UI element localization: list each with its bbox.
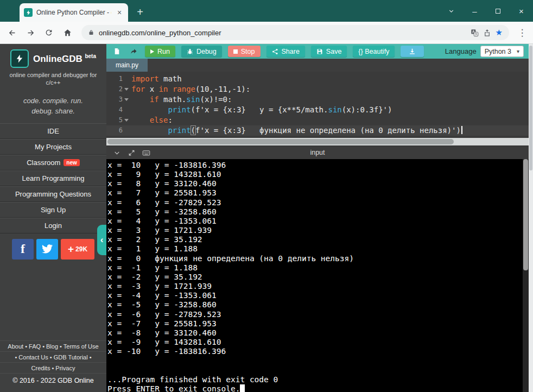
open-file-button[interactable]	[128, 46, 139, 57]
forward-button[interactable]	[23, 25, 38, 40]
logo-title: OnlineGDB beta	[33, 53, 96, 65]
home-button[interactable]	[60, 25, 75, 40]
open-file-icon	[130, 47, 138, 55]
code-text: print(f'x = {x:3} функция не определена …	[130, 125, 462, 136]
console-line: x = -7 y = 25581.953	[107, 319, 521, 328]
console-line: Press ENTER to exit console.	[107, 384, 521, 392]
fold-caret-icon[interactable]	[123, 115, 130, 125]
code-line[interactable]: 1import math	[106, 74, 529, 84]
sidebar-menu: IDEMy ProjectsClassroomnewLearn Programm…	[0, 123, 106, 233]
beautify-button[interactable]: {} Beautify	[353, 46, 395, 57]
facebook-button[interactable]: f	[12, 239, 34, 260]
logo-area[interactable]: OnlineGDB beta online compiler and debug…	[0, 44, 106, 89]
browser-tab[interactable]: Online Python Compiler - online ×	[20, 3, 128, 22]
browser-menu-icon[interactable]: ⋮	[516, 27, 529, 39]
save-icon	[316, 48, 323, 55]
code-line[interactable]: 2for x in range(10,-11,-1):	[106, 84, 529, 94]
back-button[interactable]	[4, 25, 20, 40]
share-icon	[272, 48, 278, 55]
new-tab-button[interactable]: +	[132, 5, 148, 20]
fold-zone	[123, 74, 130, 84]
sidebar-item-my-projects[interactable]: My Projects	[0, 139, 106, 155]
code-text: print(f'x = {x:3} y = {x**5/math.sin(x):…	[130, 105, 392, 115]
run-button[interactable]: Run	[145, 46, 175, 57]
run-label: Run	[157, 48, 170, 55]
reload-button[interactable]	[41, 25, 56, 40]
code-text: else:	[130, 115, 173, 125]
console-scrollbar-thumb[interactable]	[523, 159, 528, 270]
social-buttons: f + 29K	[0, 233, 106, 265]
footer-links-line[interactable]: Credits • Privacy	[0, 362, 106, 373]
sidebar-item-login[interactable]: Login	[0, 218, 106, 233]
footer-links-line[interactable]: • Contact Us • GDB Tutorial •	[0, 351, 106, 362]
window-controls: – ×	[440, 0, 533, 22]
console-header: input	[106, 146, 529, 159]
share-page-icon[interactable]	[483, 29, 491, 37]
console-scrollbar[interactable]	[523, 159, 529, 392]
bug-icon	[187, 48, 193, 55]
ide-main: Run Debug Stop Share Save	[106, 44, 529, 392]
console-line: ...Program finished with exit code 0	[107, 375, 521, 384]
minimize-button[interactable]: –	[463, 0, 486, 22]
language-select[interactable]: Python 3 ▾	[480, 46, 524, 57]
console-line: x = 7 y = 25581.953	[107, 188, 521, 198]
expand-console-button[interactable]	[128, 149, 136, 157]
share-button[interactable]: Share	[266, 46, 305, 57]
fold-caret-icon[interactable]	[123, 94, 130, 105]
tab-close-icon[interactable]: ×	[115, 8, 124, 17]
address-bar[interactable]: onlinegdb.com/online_python_compiler ★	[81, 25, 509, 40]
console-line: x = 1 y = 1.188	[107, 244, 521, 254]
chevron-left-icon: ‹	[100, 235, 104, 245]
site-favicon-icon	[24, 8, 33, 17]
maximize-icon	[496, 9, 500, 14]
fold-caret	[124, 88, 129, 91]
sidebar-item-ide[interactable]: IDE	[0, 123, 106, 139]
collapse-console-button[interactable]	[113, 149, 121, 157]
code-editor[interactable]: 1import math2for x in range(10,-11,-1):3…	[106, 72, 529, 138]
close-button[interactable]: ×	[510, 0, 533, 22]
tab-search-icon[interactable]	[440, 0, 463, 22]
console-line	[107, 365, 521, 375]
sidebar-item-classroom[interactable]: Classroomnew	[0, 155, 106, 170]
footer-links-line[interactable]: About • FAQ • Blog • Terms of Use	[0, 340, 106, 351]
console-header-title: input	[106, 149, 529, 156]
editor-hscrollbar-thumb[interactable]	[107, 139, 454, 144]
save-button[interactable]: Save	[311, 46, 347, 57]
page-scrollbar-thumb[interactable]	[529, 46, 532, 170]
code-line[interactable]: 6 print(f'x = {x:3} функция не определен…	[106, 125, 529, 136]
file-tab-mainpy[interactable]: main.py	[106, 59, 148, 72]
sidebar-item-sign-up[interactable]: Sign Up	[0, 202, 106, 218]
translate-icon[interactable]	[471, 29, 479, 37]
sidebar-item-learn-programming[interactable]: Learn Programming	[0, 170, 106, 186]
stop-button[interactable]: Stop	[228, 46, 261, 57]
fold-caret	[124, 119, 129, 122]
chevron-down-icon	[113, 149, 120, 156]
addthis-share-button[interactable]: + 29K	[61, 239, 94, 260]
console-line: x = -3 y = 1721.939	[107, 282, 521, 291]
code-line[interactable]: 3 if math.sin(x)!=0:	[106, 94, 529, 105]
console-line: x = 3 y = 1721.939	[107, 226, 521, 235]
download-button[interactable]	[401, 46, 424, 57]
sidebar-item-programming-questions[interactable]: Programming Questions	[0, 186, 106, 202]
browser-titlebar: Online Python Compiler - online × + – ×	[0, 0, 533, 22]
share-count: 29K	[75, 245, 87, 253]
page-scrollbar[interactable]	[529, 44, 533, 392]
fold-caret-icon[interactable]	[123, 84, 130, 94]
maximize-button[interactable]	[486, 0, 510, 22]
console[interactable]: x = 10 y = -183816.396x = 9 y = 143281.6…	[106, 159, 529, 392]
debug-button[interactable]: Debug	[181, 46, 222, 57]
language-label: Language	[445, 47, 477, 55]
code-line[interactable]: 5 else:	[106, 115, 529, 125]
stdin-keyboard-button[interactable]	[142, 149, 150, 157]
console-line: x = 4 y = -1353.061	[107, 217, 521, 226]
new-file-button[interactable]	[111, 46, 122, 57]
code-line[interactable]: 4 print(f'x = {x:3} y = {x**5/math.sin(x…	[106, 105, 529, 115]
page-content: OnlineGDB beta online compiler and debug…	[0, 44, 533, 392]
language-value: Python 3	[485, 48, 511, 55]
editor-hscrollbar[interactable]	[106, 138, 529, 146]
url-text[interactable]: onlinegdb.com/online_python_compiler	[99, 29, 466, 37]
twitter-button[interactable]	[36, 239, 58, 260]
save-label: Save	[326, 48, 342, 55]
bookmark-star-icon[interactable]: ★	[496, 28, 503, 37]
sidebar-collapse-button[interactable]: ‹	[97, 225, 106, 255]
